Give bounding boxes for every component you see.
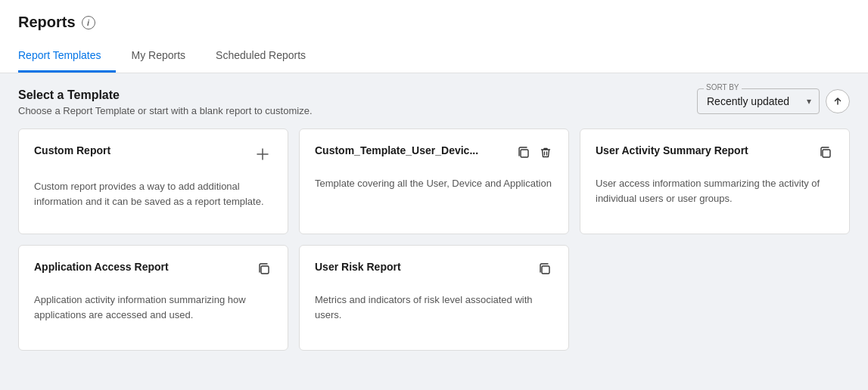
section-title: Select a Template: [18, 88, 313, 102]
sort-control: SORT BY Recently updatedAlphabeticalDate…: [697, 88, 850, 114]
card-user-activity-summary[interactable]: User Activity Summary Report User access…: [580, 128, 850, 234]
card-application-access[interactable]: Application Access Report Application ac…: [18, 245, 288, 351]
info-icon[interactable]: i: [82, 16, 95, 29]
card-description: Application activity information summari…: [34, 292, 272, 322]
card-actions: [256, 261, 272, 280]
card-description: Metrics and indicators of risk level ass…: [315, 292, 553, 322]
card-custom-template-user-device[interactable]: Custom_Template_User_Devic... Template c…: [299, 128, 569, 234]
sort-order-button[interactable]: [826, 89, 850, 113]
tab-my-reports[interactable]: My Reports: [116, 42, 201, 73]
cards-grid: Custom Report Custom report provides a w…: [18, 128, 850, 351]
delete-icon[interactable]: [538, 145, 553, 163]
sort-label-container: SORT BY Recently updatedAlphabeticalDate…: [697, 88, 820, 114]
card-title: Custom_Template_User_Devic...: [315, 144, 515, 156]
card-custom-report[interactable]: Custom Report Custom report provides a w…: [18, 128, 288, 234]
section-header: Select a Template Choose a Report Templa…: [18, 88, 850, 116]
card-description: Template covering all the User, Device a…: [315, 176, 553, 191]
card-header: User Risk Report: [315, 261, 553, 280]
sort-by-label: SORT BY: [704, 83, 742, 91]
tab-scheduled-reports[interactable]: Scheduled Reports: [201, 42, 321, 73]
card-header: User Activity Summary Report: [596, 144, 834, 164]
svg-rect-3: [542, 266, 549, 274]
svg-rect-1: [823, 150, 830, 157]
page-title: Reports: [18, 14, 76, 31]
card-title: Custom Report: [34, 144, 253, 156]
duplicate-icon[interactable]: [817, 144, 834, 164]
card-header: Custom Report: [34, 144, 272, 167]
section-title-block: Select a Template Choose a Report Templa…: [18, 88, 313, 116]
page-title-row: Reports i: [18, 14, 850, 31]
card-description: User access information summarizing the …: [596, 176, 834, 206]
tabs-container: Report TemplatesMy ReportsScheduled Repo…: [18, 42, 850, 73]
card-header: Custom_Template_User_Devic...: [315, 144, 553, 164]
card-title: Application Access Report: [34, 261, 256, 273]
card-actions: [817, 144, 834, 164]
main-content: Select a Template Choose a Report Templa…: [0, 73, 868, 366]
card-actions: [515, 144, 553, 164]
duplicate-icon[interactable]: [537, 261, 553, 280]
svg-rect-0: [521, 150, 528, 157]
card-user-risk-report[interactable]: User Risk Report Metrics and indicators …: [299, 245, 569, 351]
sort-select[interactable]: Recently updatedAlphabeticalDate created: [698, 89, 819, 113]
add-icon[interactable]: [253, 144, 272, 167]
card-header: Application Access Report: [34, 261, 272, 280]
page-header: Reports i Report TemplatesMy ReportsSche…: [0, 0, 868, 73]
svg-rect-2: [261, 266, 269, 274]
duplicate-icon[interactable]: [515, 144, 532, 164]
card-title: User Activity Summary Report: [596, 144, 817, 156]
sort-asc-icon: [832, 96, 843, 107]
card-description: Custom report provides a way to add addi…: [34, 179, 272, 209]
tab-report-templates[interactable]: Report Templates: [18, 42, 116, 73]
duplicate-icon[interactable]: [256, 261, 272, 280]
card-actions: [537, 261, 553, 280]
card-title: User Risk Report: [315, 261, 537, 273]
section-subtitle: Choose a Report Template or start with a…: [18, 105, 313, 116]
card-actions: [253, 144, 272, 167]
